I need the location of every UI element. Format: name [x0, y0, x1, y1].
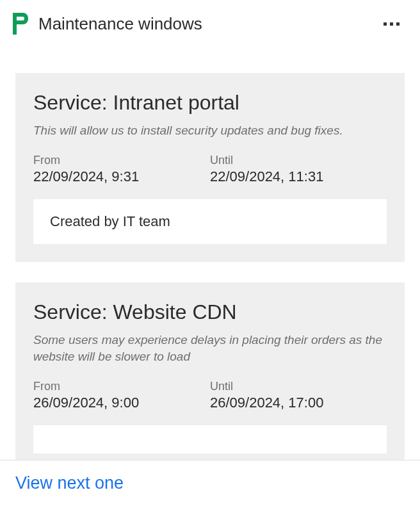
card-description: Some users may experience delays in plac… — [33, 332, 387, 366]
dot-icon — [390, 22, 393, 26]
from-value: 26/09/2024, 9:00 — [33, 395, 210, 411]
view-next-link[interactable]: View next one — [15, 473, 405, 493]
header-left: Maintenance windows — [12, 12, 202, 36]
from-column: From 26/09/2024, 9:00 — [33, 380, 210, 411]
created-by-text: Created by IT team — [50, 213, 370, 230]
page-title: Maintenance windows — [38, 14, 202, 34]
date-row: From 22/09/2024, 9:31 Until 22/09/2024, … — [33, 154, 387, 185]
from-label: From — [33, 380, 210, 393]
created-by-box — [33, 425, 387, 453]
until-column: Until 26/09/2024, 17:00 — [210, 380, 387, 411]
date-row: From 26/09/2024, 9:00 Until 26/09/2024, … — [33, 380, 387, 411]
until-label: Until — [210, 154, 387, 167]
card-title: Service: Intranet portal — [33, 91, 387, 115]
dot-icon — [384, 22, 387, 26]
dot-icon — [396, 22, 400, 26]
footer: View next one — [0, 460, 420, 506]
created-by-box: Created by IT team — [33, 199, 387, 244]
header: Maintenance windows — [0, 0, 420, 47]
from-column: From 22/09/2024, 9:31 — [33, 154, 210, 185]
maintenance-card: Service: Intranet portal This will allow… — [15, 73, 405, 262]
until-label: Until — [210, 380, 387, 393]
until-value: 22/09/2024, 11:31 — [210, 168, 387, 185]
maintenance-card: Service: Website CDN Some users may expe… — [15, 282, 405, 471]
from-label: From — [33, 154, 210, 167]
more-menu-button[interactable] — [378, 17, 405, 31]
from-value: 22/09/2024, 9:31 — [33, 168, 210, 185]
card-description: This will allow us to install security u… — [33, 122, 387, 140]
svg-rect-0 — [13, 31, 17, 35]
until-value: 26/09/2024, 17:00 — [210, 395, 387, 411]
cards-container: Service: Intranet portal This will allow… — [0, 47, 420, 471]
logo-p-icon — [12, 12, 29, 36]
until-column: Until 22/09/2024, 11:31 — [210, 154, 387, 185]
card-title: Service: Website CDN — [33, 300, 387, 324]
